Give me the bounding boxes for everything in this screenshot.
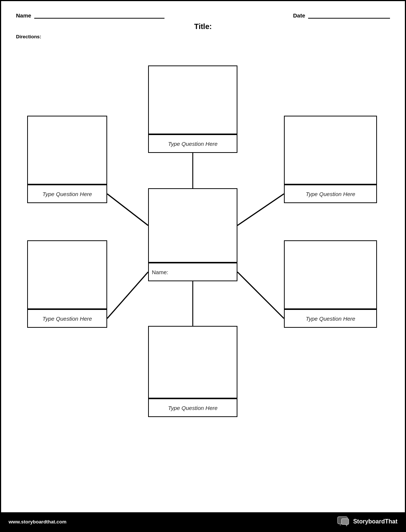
footer-logo-text: StoryboardThat — [353, 518, 397, 525]
svg-line-2 — [107, 194, 148, 225]
bottom-image-box — [148, 326, 237, 398]
svg-marker-7 — [339, 524, 341, 526]
svg-rect-8 — [342, 519, 349, 525]
svg-line-5 — [237, 272, 284, 318]
right-bottom-question-label: Type Question Here — [284, 309, 377, 328]
footer: www.storyboardthat.com StoryboardThat — [1, 512, 405, 531]
center-label: Name: — [148, 263, 237, 281]
date-label: Date — [293, 12, 305, 19]
date-field: Date — [293, 12, 390, 19]
diagram-area: Type Question Here Type Question Here Ty… — [16, 43, 390, 490]
svg-line-3 — [237, 194, 284, 225]
top-image-box — [148, 65, 237, 134]
right-bottom-image-box — [284, 240, 377, 309]
left-top-question-label: Type Question Here — [27, 185, 107, 203]
date-line — [308, 18, 390, 19]
left-bottom-image-box — [27, 240, 107, 309]
directions: Directions: — [16, 34, 390, 39]
center-image-box — [148, 188, 237, 263]
footer-url: www.storyboardthat.com — [9, 519, 67, 525]
left-bottom-question-label: Type Question Here — [27, 309, 107, 328]
bottom-question-label: Type Question Here — [148, 398, 237, 417]
right-top-question-label: Type Question Here — [284, 185, 377, 203]
name-field: Name — [16, 12, 164, 19]
right-top-image-box — [284, 116, 377, 185]
header-row: Name Date — [16, 12, 390, 19]
footer-logo: StoryboardThat — [337, 516, 397, 527]
svg-marker-9 — [345, 525, 347, 526]
title: Title: — [16, 22, 390, 31]
svg-line-4 — [107, 272, 148, 318]
name-label: Name — [16, 12, 31, 19]
top-question-label: Type Question Here — [148, 134, 237, 153]
name-line — [34, 18, 164, 19]
left-top-image-box — [27, 116, 107, 185]
storyboardthat-icon — [337, 516, 350, 527]
page: Name Date Title: Directions: — [0, 0, 406, 532]
